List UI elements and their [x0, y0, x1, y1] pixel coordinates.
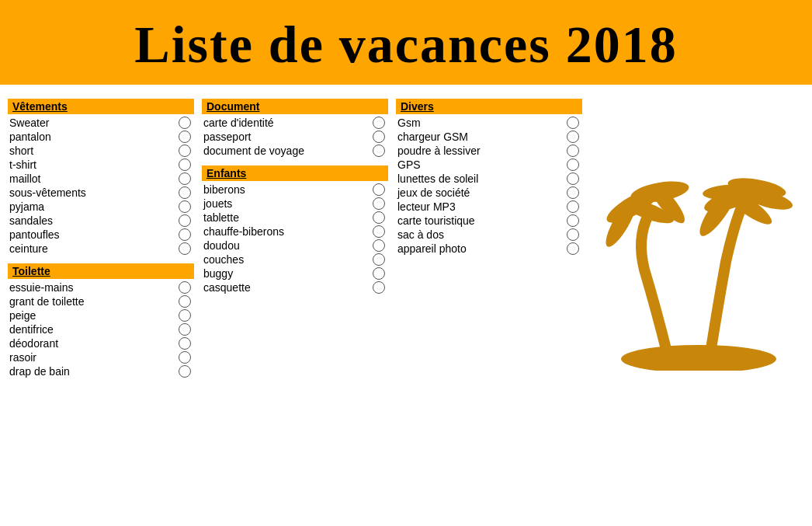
- list-item: chauffe-biberons: [202, 225, 388, 239]
- checkbox[interactable]: [179, 186, 191, 199]
- item-label: chauffe-biberons: [203, 225, 370, 238]
- item-label: jouets: [203, 197, 370, 210]
- checkbox[interactable]: [567, 214, 579, 227]
- checkbox[interactable]: [567, 186, 579, 199]
- list-item: casquette: [202, 280, 388, 294]
- checkbox[interactable]: [179, 131, 191, 143]
- checkbox[interactable]: [179, 323, 191, 336]
- item-label: rasoir: [9, 351, 175, 364]
- checkbox[interactable]: [373, 131, 385, 143]
- checkbox[interactable]: [567, 200, 579, 213]
- checkbox[interactable]: [373, 225, 385, 238]
- item-label: t-shirt: [9, 158, 175, 171]
- checkbox[interactable]: [179, 309, 191, 322]
- checkbox[interactable]: [179, 281, 191, 294]
- checkbox[interactable]: [373, 239, 385, 252]
- list-item: essuie-mains: [8, 280, 194, 294]
- list-item: Gsm: [396, 116, 582, 130]
- item-label: pyjama: [9, 200, 175, 213]
- section-header-v-tements: Vêtements: [8, 99, 194, 114]
- list-item: sous-vêtements: [8, 186, 194, 200]
- palm-tree-icon: [590, 169, 807, 371]
- list-item: pantalon: [8, 130, 194, 144]
- item-label: short: [9, 145, 175, 157]
- item-label: maillot: [9, 172, 175, 185]
- section-header-enfants: Enfants: [202, 165, 388, 181]
- item-label: passeport: [203, 131, 370, 143]
- list-item: appareil photo: [396, 242, 582, 256]
- checkbox[interactable]: [373, 145, 385, 157]
- item-label: appareil photo: [397, 242, 564, 255]
- checkbox[interactable]: [179, 117, 191, 129]
- section-header-divers: Divers: [396, 99, 582, 114]
- list-item: lecteur MP3: [396, 200, 582, 214]
- checkbox[interactable]: [179, 172, 191, 185]
- checkbox[interactable]: [567, 131, 579, 143]
- list-item: tablette: [202, 211, 388, 225]
- item-label: pantalon: [9, 131, 175, 143]
- item-label: casquette: [203, 281, 370, 294]
- list-item: biberons: [202, 183, 388, 197]
- checkbox[interactable]: [179, 295, 191, 308]
- list-item: jouets: [202, 197, 388, 211]
- list-item: poudre à lessiver: [396, 144, 582, 158]
- list-item: rasoir: [8, 350, 194, 364]
- list-item: sandales: [8, 214, 194, 228]
- column-divers: DiversGsmchargeur GSMpoudre à lessiverGP…: [396, 99, 590, 378]
- checkbox[interactable]: [373, 211, 385, 224]
- list-item: grant de toilette: [8, 294, 194, 308]
- item-label: lecteur MP3: [397, 200, 564, 213]
- checkbox[interactable]: [179, 351, 191, 364]
- item-label: GPS: [397, 158, 564, 171]
- header: Liste de vacances 2018: [0, 0, 812, 85]
- palm-area: [590, 99, 807, 378]
- item-label: sous-vêtements: [9, 186, 175, 199]
- item-label: Gsm: [397, 117, 564, 129]
- list-item: drap de bain: [8, 364, 194, 378]
- item-label: ceinture: [9, 242, 175, 255]
- checkbox[interactable]: [179, 145, 191, 157]
- checkbox[interactable]: [567, 145, 579, 157]
- checkbox[interactable]: [567, 117, 579, 129]
- item-label: carte d'identité: [203, 117, 370, 129]
- list-item: t-shirt: [8, 158, 194, 172]
- list-item: buggy: [202, 266, 388, 280]
- checkbox[interactable]: [179, 158, 191, 171]
- list-item: lunettes de soleil: [396, 172, 582, 186]
- checkbox[interactable]: [567, 158, 579, 171]
- item-label: essuie-mains: [9, 281, 175, 294]
- checkbox[interactable]: [179, 200, 191, 213]
- checkbox[interactable]: [179, 214, 191, 227]
- checkbox[interactable]: [373, 267, 385, 280]
- checkbox[interactable]: [567, 228, 579, 241]
- checkbox[interactable]: [179, 337, 191, 350]
- item-label: grant de toilette: [9, 295, 175, 308]
- checkbox[interactable]: [373, 197, 385, 210]
- item-label: Sweater: [9, 117, 175, 129]
- item-label: tablette: [203, 211, 370, 224]
- checkbox[interactable]: [567, 172, 579, 185]
- checkbox[interactable]: [373, 183, 385, 196]
- list-item: pantoufles: [8, 228, 194, 242]
- column-documents: Documentcarte d'identitépasseportdocumen…: [202, 99, 396, 378]
- checkbox[interactable]: [567, 242, 579, 255]
- item-label: poudre à lessiver: [397, 145, 564, 157]
- checkbox[interactable]: [179, 365, 191, 378]
- checkbox[interactable]: [373, 117, 385, 129]
- item-label: carte touristique: [397, 214, 564, 227]
- list-item: chargeur GSM: [396, 130, 582, 144]
- list-item: jeux de société: [396, 186, 582, 200]
- item-label: pantoufles: [9, 228, 175, 241]
- checkbox[interactable]: [179, 242, 191, 255]
- checkbox[interactable]: [179, 228, 191, 241]
- item-label: doudou: [203, 239, 370, 252]
- item-label: dentifrice: [9, 323, 175, 336]
- list-item: déodorant: [8, 336, 194, 350]
- item-label: document de voyage: [203, 145, 370, 157]
- item-label: chargeur GSM: [397, 131, 564, 143]
- list-item: GPS: [396, 158, 582, 172]
- column-vetements: VêtementsSweaterpantalonshortt-shirtmail…: [8, 99, 202, 378]
- svg-point-0: [621, 345, 776, 371]
- checkbox[interactable]: [373, 281, 385, 294]
- checkbox[interactable]: [373, 253, 385, 266]
